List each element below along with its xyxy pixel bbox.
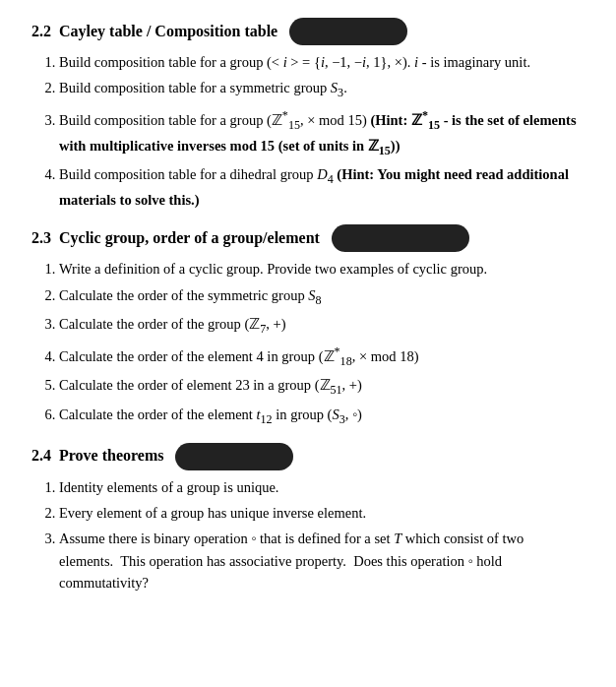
section-2-2-header: 2.2 Cayley table / Composition table [31,18,585,45]
list-item: Calculate the order of the group (ℤ7, +) [59,313,585,339]
section-2-3: 2.3 Cyclic group, order of a group/eleme… [31,224,585,428]
list-item: Calculate the order of element 23 in a g… [59,374,585,400]
list-item: Write a definition of a cyclic group. Pr… [59,258,585,280]
section-2-4-title: Prove theorems [59,444,163,468]
section-2-2-list: Build composition table for a group (< i… [59,51,585,211]
section-2-4-list: Identity elements of a group is unique. … [59,476,585,594]
list-item: Build composition table for a symmetric … [59,77,585,102]
section-2-2: 2.2 Cayley table / Composition table Bui… [31,18,585,211]
document-content: 2.2 Cayley table / Composition table Bui… [31,18,585,594]
list-item: Calculate the order of the element t12 i… [59,404,585,429]
list-item: Build composition table for a group (ℤ*1… [59,106,585,159]
section-2-4-header: 2.4 Prove theorems [31,443,585,470]
redacted-blob-2-2 [289,18,407,45]
section-2-2-title: Cayley table / Composition table [59,20,277,44]
section-2-4-number: 2.4 [31,444,51,468]
list-item: Build composition table for a dihedral g… [59,163,585,211]
list-item: Calculate the order of the element 4 in … [59,343,585,370]
section-2-3-list: Write a definition of a cyclic group. Pr… [59,258,585,428]
section-2-3-header: 2.3 Cyclic group, order of a group/eleme… [31,224,585,252]
section-2-2-number: 2.2 [31,20,51,44]
list-item: Calculate the order of the symmetric gro… [59,284,585,310]
section-2-4: 2.4 Prove theorems Identity elements of … [31,443,585,594]
list-item: Identity elements of a group is unique. [59,476,585,498]
list-item: Assume there is binary operation ◦ that … [59,528,585,593]
list-item: Build composition table for a group (< i… [59,51,585,73]
section-2-3-number: 2.3 [31,226,51,251]
redacted-blob-2-4 [175,443,293,470]
redacted-blob-2-3 [332,224,469,252]
list-item: Every element of a group has unique inve… [59,502,585,524]
section-2-3-title: Cyclic group, order of a group/element [59,226,320,251]
